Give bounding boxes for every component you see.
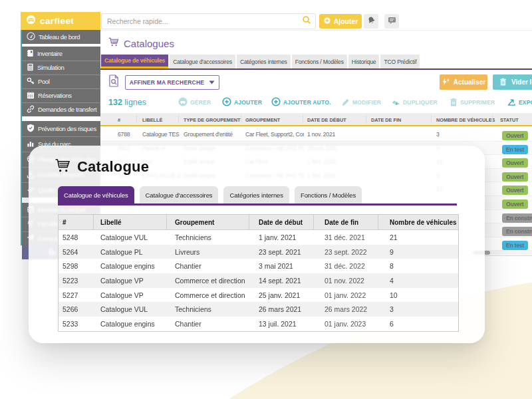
card-cell-libelle: Catalogue PL — [100, 248, 143, 256]
page-tabs: Catalogue de véhicules Catalogue d'acces… — [101, 55, 420, 68]
card-table: # Libellé Groupement Date de début Date … — [58, 214, 459, 332]
card-cell-libelle: Catalogue VUL — [100, 233, 148, 241]
column-separator — [366, 115, 366, 123]
col-id: # — [118, 117, 120, 123]
status-badge: Ouvert — [502, 158, 528, 168]
card-table-row[interactable]: 5266 Catalogue VUL Techniciens 26 mars 2… — [59, 302, 458, 317]
row-count-label: lignes — [122, 98, 146, 107]
card-col-debut: Date de début — [259, 219, 303, 226]
search-input[interactable]: Recherche rapide... — [101, 13, 316, 29]
card-tab[interactable]: Catalogue d'accessoires — [140, 186, 219, 203]
page-tab[interactable]: Catégories internes — [237, 55, 291, 68]
logo-text: carfleet — [40, 16, 74, 26]
sidebar-item-label: Tableau de bord — [39, 33, 80, 41]
page-tab[interactable]: Fonctions / Modèles — [292, 55, 347, 68]
sidebar-item[interactable]: Simulation — [22, 61, 100, 74]
cell-libelle: Catalogue TES — [142, 131, 180, 138]
sidebar-item-icon — [27, 62, 34, 74]
col-groupement[interactable]: GROUPEMENT — [245, 117, 280, 123]
table-action-button[interactable]: DUPLIQUER — [391, 97, 438, 108]
sidebar-item-label: Réservations — [38, 92, 72, 99]
card-cell-nombre: 3 — [390, 305, 394, 313]
table-action-button[interactable]: GÉRER — [178, 97, 211, 108]
card-cell-id: 5266 — [63, 305, 78, 313]
refresh-button[interactable]: Actualiser — [440, 74, 487, 90]
card-table-row[interactable]: 5233 Catalogue engins Chantier 13 juil. … — [59, 317, 458, 331]
sidebar-item[interactable]: Prévention des risques — [22, 121, 100, 136]
card-tab[interactable]: Fonctions / Modèles — [295, 186, 362, 203]
card-tab[interactable]: Catégories internes — [223, 186, 289, 203]
table-action-icon — [450, 98, 458, 108]
table-action-button[interactable]: AJOUTER — [222, 97, 262, 108]
refine-search-button[interactable]: AFFINER MA RECHERCHE — [125, 75, 219, 90]
sidebar-item[interactable]: Pool — [22, 74, 100, 88]
card-col-nombre: Nombre de véhicules — [390, 219, 457, 226]
card-col-groupement: Groupement — [175, 219, 214, 226]
card-cell-libelle: Catalogue VUL — [100, 305, 148, 313]
table-action-label: EXPORTER — [519, 99, 532, 106]
col-libelle[interactable]: LIBELLÉ — [142, 117, 162, 123]
card-tab-label: Catégories internes — [229, 192, 283, 199]
sidebar-item-label: Pool — [38, 78, 49, 85]
messages-button[interactable] — [384, 14, 399, 29]
card-table-row[interactable]: 5223 Catalogue VP Commerce et direction … — [59, 273, 458, 288]
table-action-label: MODIFIER — [352, 99, 381, 106]
table-action-button[interactable]: EXPORTER — [507, 97, 532, 108]
sidebar-item[interactable]: Réservations — [22, 88, 100, 102]
card-tabs-underline — [58, 203, 457, 205]
cell-debut: 1 nov. 2021 — [307, 131, 335, 138]
col-date-debut[interactable]: DATE DE DÉBUT — [307, 117, 346, 123]
page-tab[interactable]: Catalogue de véhicules — [101, 55, 168, 68]
card-table-row[interactable]: 5248 Catalogue VUL Techniciens 1 janv. 2… — [59, 230, 458, 245]
table-action-label: GÉRER — [190, 99, 211, 106]
card-tabs: Catalogue de véhicules Catalogue d'acces… — [58, 186, 362, 203]
card-cell-debut: 3 mai 2021 — [259, 262, 293, 270]
card-cell-groupement: Techniciens — [175, 233, 211, 241]
caret-down-icon — [209, 79, 215, 86]
col-statut[interactable]: STATUT — [500, 117, 519, 123]
card-cell-debut: 13 juil. 2021 — [259, 320, 297, 328]
sidebar-item[interactable]: Inventaire — [22, 47, 100, 61]
card-table-row[interactable]: 5298 Catalogue engins Chantier 3 mai 202… — [59, 259, 458, 273]
sidebar-item-icon — [27, 90, 35, 102]
col-nombre[interactable]: NOMBRE DE VÉHICULES — [436, 117, 495, 123]
card-table-row[interactable]: 5227 Catalogue VP Commerce et direction … — [59, 288, 458, 303]
search-icon[interactable] — [302, 15, 315, 27]
card-title-text: Catalogue — [77, 158, 149, 176]
sidebar-item-icon — [27, 138, 35, 150]
page-tab[interactable]: TCO Prédictif — [380, 55, 420, 68]
card-cell-fin: 23 sept. 2022 — [325, 248, 367, 256]
cell-groupement: Car Fleet, Support2, Con — [245, 131, 304, 138]
card-cell-id: 5233 — [63, 320, 78, 328]
topbar: Recherche rapide... Ajouter — [100, 12, 532, 31]
column-separator — [303, 115, 303, 123]
page-tab-label: Catalogue d'accessoires — [173, 59, 232, 65]
sidebar-item[interactable]: Tableau de bord — [22, 30, 100, 44]
table-action-button[interactable]: SUPPRIMER — [450, 97, 495, 108]
card-cell-debut: 23 sept. 2021 — [259, 248, 301, 256]
table-row[interactable]: 6788 Catalogue TES Groupement d'entité C… — [100, 128, 532, 142]
card-cell-nombre: 4 — [390, 277, 394, 285]
saved-search-icon[interactable] — [108, 74, 120, 90]
status-badge: Ouvert — [502, 172, 528, 182]
add-button[interactable]: Ajouter — [319, 14, 362, 29]
sidebar-item[interactable]: Demandes de transfert — [22, 102, 100, 116]
page-tab[interactable]: Historique — [348, 55, 380, 68]
notifications-button[interactable] — [364, 14, 378, 29]
card-col-libelle: Libellé — [100, 219, 122, 226]
row-count: 132 lignes — [108, 98, 146, 107]
col-type-groupement[interactable]: TYPE DE GROUPEMENT — [184, 117, 241, 123]
sidebar-logo[interactable]: carfleet — [21, 12, 100, 30]
card-cell-id: 5227 — [63, 291, 78, 299]
status-badge: Ouvert — [502, 186, 528, 195]
page-tab[interactable]: Catalogue d'accessoires — [170, 55, 235, 68]
table-action-button[interactable]: MODIFIER — [341, 97, 381, 108]
status-badge: Ouvert — [502, 131, 528, 140]
card-table-row[interactable]: 5264 Catalogue PL Livreurs 23 sept. 2021… — [59, 245, 458, 259]
table-action-button[interactable]: AJOUTER AUTO. — [271, 97, 331, 108]
card-cell-groupement: Chantier — [175, 262, 201, 270]
card-cell-id: 5248 — [63, 233, 78, 241]
col-date-fin[interactable]: DATE DE FIN — [371, 117, 401, 123]
clear-filters-button[interactable]: Vider les filtres — [493, 74, 532, 90]
card-tab[interactable]: Catalogue de véhicules — [58, 186, 134, 203]
